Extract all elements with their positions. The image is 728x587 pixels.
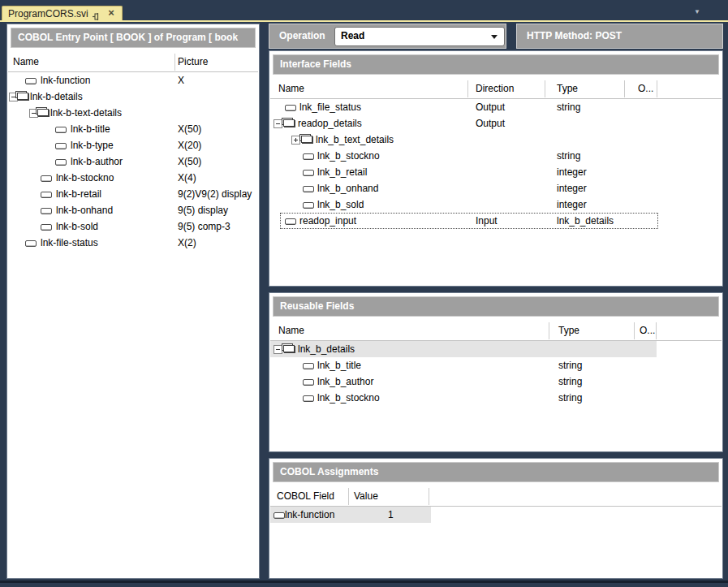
- row-name: lnk_b_onhand: [317, 183, 378, 194]
- tree-row-lnk-b-stockno[interactable]: lnk-b-stocknoX(4): [8, 170, 258, 186]
- group-record-icon: [38, 110, 50, 117]
- tree-row-lnk-function[interactable]: lnk-functionX: [8, 72, 258, 88]
- tree-row-lnk_b_retail[interactable]: lnk_b_retailinteger: [270, 164, 722, 180]
- left-tree: lnk-functionXlnk-b-detailslnk-b-text-det…: [8, 72, 258, 251]
- data-item-icon: [41, 175, 52, 182]
- row-name: lnk-b-stockno: [56, 172, 114, 183]
- tree-row-lnk-b-type[interactable]: lnk-b-typeX(20): [8, 137, 258, 153]
- row-type: integer: [557, 166, 587, 178]
- row-name: lnk-b-details: [30, 91, 83, 102]
- row-name: lnk_b_stockno: [317, 150, 380, 162]
- row-picture: X(2): [178, 237, 196, 248]
- column-header-o[interactable]: O...: [638, 83, 653, 94]
- row-name: lnk_file_status: [299, 101, 361, 113]
- data-item-icon: [285, 105, 296, 111]
- column-separator: [634, 322, 635, 339]
- data-item-icon: [303, 395, 314, 402]
- tree-row-lnk-b-retail[interactable]: lnk-b-retail9(2)V9(2) display: [8, 186, 258, 202]
- pin-icon[interactable]: [92, 10, 101, 19]
- row-name: lnk-b-text-details: [50, 107, 122, 119]
- tree-row-lnk_b_text_details[interactable]: lnk_b_text_details: [270, 132, 722, 148]
- data-item-icon: [303, 170, 314, 176]
- data-item-icon: [25, 240, 37, 247]
- row-direction: Output: [476, 118, 505, 129]
- row-name: lnk_b_author: [317, 376, 373, 387]
- row-name: lnk_b_sold: [317, 199, 364, 210]
- tree-row-lnk-b-sold[interactable]: lnk-b-sold9(5) comp-3: [8, 218, 258, 235]
- row-type: string: [557, 150, 580, 162]
- reusable-fields-header: Reusable Fields: [273, 296, 719, 317]
- row-direction: Output: [476, 101, 505, 113]
- data-item-icon: [303, 363, 314, 369]
- column-header-o[interactable]: O...: [640, 325, 655, 336]
- tree-row-lnk_file_status[interactable]: lnk_file_statusOutputstring: [270, 99, 722, 115]
- row-picture: X: [178, 75, 184, 86]
- tree-row-lnk-b-onhand[interactable]: lnk-b-onhand9(5) display: [8, 202, 258, 218]
- tree-row-lnk_b_title[interactable]: lnk_b_titlestring: [270, 357, 722, 373]
- cobol-assignments-header: COBOL Assignments: [273, 462, 719, 482]
- cobol-assignments-panel: COBOL Assignments COBOL FieldValue lnk-f…: [269, 458, 723, 579]
- row-type: string: [558, 360, 582, 371]
- column-separator: [656, 322, 657, 339]
- column-header-cobolfield[interactable]: COBOL Field: [277, 490, 334, 502]
- column-header-type[interactable]: Type: [558, 325, 579, 336]
- column-header-name[interactable]: Name: [278, 83, 304, 94]
- row-name: lnk-b-retail: [56, 188, 101, 200]
- tree-row-lnk_b_sold[interactable]: lnk_b_soldinteger: [270, 196, 722, 213]
- tree-row-lnk-b-title[interactable]: lnk-b-titleX(50): [8, 121, 258, 137]
- active-tab-accent-line: [0, 20, 728, 22]
- group-record-icon: [284, 346, 295, 353]
- tree-row-lnk-b-details[interactable]: lnk-b-details: [8, 88, 258, 105]
- row-type: string: [557, 101, 580, 113]
- tree-row-lnk_b_author[interactable]: lnk_b_authorstring: [270, 373, 722, 390]
- data-item-icon: [55, 143, 67, 149]
- operation-select[interactable]: Read: [334, 27, 505, 46]
- operation-strip: Operation Read: [269, 24, 506, 49]
- combo-arrow-icon[interactable]: [491, 35, 498, 39]
- row-direction: Input: [476, 215, 498, 227]
- row-type: integer: [557, 183, 587, 194]
- row-picture: X(20): [178, 140, 201, 151]
- tree-row-lnk-file-status[interactable]: lnk-file-statusX(2): [8, 235, 258, 251]
- left-tree-column-header[interactable]: NamePicture: [8, 53, 258, 72]
- tree-row-lnk_b_stockno[interactable]: lnk_b_stocknostring: [270, 148, 722, 164]
- data-item-icon: [303, 186, 314, 192]
- column-header-value[interactable]: Value: [354, 490, 378, 502]
- tree-row-lnk_b_details[interactable]: lnk_b_details: [270, 341, 722, 357]
- row-name: lnk_b_text_details: [316, 134, 394, 145]
- row-picture: 9(2)V9(2) display: [178, 188, 252, 200]
- data-item-icon: [25, 78, 37, 84]
- window-bottom-edge: [0, 581, 728, 583]
- row-name: lnk_b_stockno: [317, 392, 380, 404]
- assignments-column-header[interactable]: COBOL FieldValue: [270, 487, 722, 507]
- reusable-tree: lnk_b_detailslnk_b_titlestringlnk_b_auth…: [270, 341, 722, 406]
- interface-column-header[interactable]: NameDirectionTypeO...: [270, 80, 722, 99]
- column-header-direction[interactable]: Direction: [476, 83, 514, 94]
- reusable-column-header[interactable]: NameTypeO...: [270, 322, 722, 341]
- tree-row-lnk-function[interactable]: lnk-function1: [270, 507, 722, 523]
- row-value: 1: [388, 509, 394, 520]
- column-header-name[interactable]: Name: [278, 325, 304, 336]
- reusable-fields-panel: Reusable Fields NameTypeO... lnk_b_detai…: [269, 292, 723, 452]
- tab-programcors-svi[interactable]: ProgramCORS.svi ×: [2, 6, 123, 21]
- chevron-down-icon[interactable]: ▼: [694, 8, 700, 15]
- close-icon[interactable]: ×: [106, 6, 117, 19]
- data-item-icon: [55, 127, 67, 133]
- tree-row-lnk-b-author[interactable]: lnk-b-authorX(50): [8, 153, 258, 170]
- row-name: lnk-function: [285, 509, 334, 520]
- tree-row-lnk-b-text-details[interactable]: lnk-b-text-details: [8, 105, 258, 121]
- tree-row-readop_details[interactable]: readop_detailsOutput: [270, 115, 722, 132]
- column-separator: [624, 80, 625, 97]
- row-name: lnk_b_title: [317, 360, 361, 371]
- interface-fields-header: Interface Fields: [273, 54, 719, 75]
- row-name: readop_input: [299, 215, 356, 227]
- column-separator: [429, 488, 429, 505]
- row-name: lnk-b-title: [71, 123, 110, 135]
- row-picture: X(50): [178, 156, 201, 167]
- column-header-name[interactable]: Name: [13, 56, 39, 67]
- tree-row-readop_input[interactable]: readop_inputInputlnk_b_details: [270, 213, 722, 229]
- tree-row-lnk_b_stockno[interactable]: lnk_b_stocknostring: [270, 390, 722, 406]
- column-header-type[interactable]: Type: [557, 83, 578, 94]
- column-header-picture[interactable]: Picture: [178, 56, 208, 67]
- tree-row-lnk_b_onhand[interactable]: lnk_b_onhandinteger: [270, 180, 722, 196]
